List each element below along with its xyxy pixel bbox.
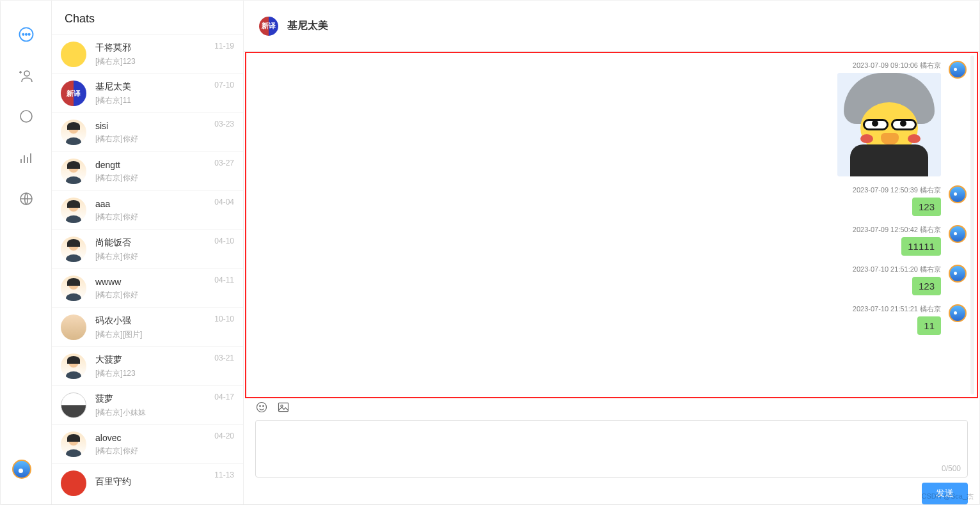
chat-item[interactable]: 菠萝[橘右京]小妹妹04-17 <box>52 385 243 424</box>
chat-item[interactable]: alovec[橘右京]你好04-20 <box>52 424 243 463</box>
message-avatar <box>949 61 967 79</box>
chat-name: sisi <box>95 121 234 131</box>
chat-name: 菠萝 <box>95 393 234 405</box>
chat-preview: [橘右京]123 <box>95 368 234 379</box>
svg-point-5 <box>20 111 32 122</box>
chat-item[interactable]: 新译基尼太美[橘右京]1107-10 <box>52 74 243 113</box>
chat-preview: [橘右京]小妹妹 <box>95 407 234 418</box>
chat-list[interactable]: 干将莫邪[橘右京]12311-19新译基尼太美[橘右京]1107-10sisi[… <box>52 35 243 504</box>
chat-item[interactable]: aaa[橘右京]你好04-04 <box>52 190 243 229</box>
input-toolbar <box>244 398 979 417</box>
chat-time: 03-27 <box>214 159 234 167</box>
chat-item[interactable]: 码农小强[橘右京][图片]10-10 <box>52 307 243 346</box>
chat-header-title: 基尼太美 <box>287 19 328 33</box>
chat-name: 尚能饭否 <box>95 237 234 249</box>
chat-item[interactable]: wwww[橘右京]你好04-11 <box>52 268 243 307</box>
nav-rail <box>1 1 52 504</box>
message-row: 2023-07-10 21:51:21 橘右京11 <box>257 304 967 335</box>
message-row: 2023-07-09 12:50:39 橘右京123 <box>257 185 967 216</box>
chat-avatar <box>61 315 86 340</box>
emoji-icon[interactable] <box>255 401 268 416</box>
chat-sidebar: Chats 干将莫邪[橘右京]12311-19新译基尼太美[橘右京]1107-1… <box>52 1 244 504</box>
message-meta: 2023-07-10 21:51:20 橘右京 <box>853 265 941 274</box>
chat-name: alovec <box>95 433 234 443</box>
chat-preview: [橘右京][图片] <box>95 329 234 340</box>
chat-item[interactable]: 干将莫邪[橘右京]12311-19 <box>52 35 243 74</box>
chat-time: 11-19 <box>214 42 234 50</box>
chat-name: wwww <box>95 277 234 287</box>
search-icon[interactable] <box>17 108 35 126</box>
chat-item[interactable]: dengtt[橘右京]你好03-27 <box>52 152 243 190</box>
chat-time: 04-17 <box>214 392 234 401</box>
chat-name: aaa <box>95 199 234 209</box>
svg-point-8 <box>260 405 261 407</box>
message-area[interactable]: 2023-07-09 09:10:06 橘右京2023-07-09 12:50:… <box>245 52 978 398</box>
svg-point-7 <box>257 402 267 412</box>
chat-time: 04-20 <box>214 431 234 440</box>
chat-name: 百里守约 <box>95 476 234 488</box>
message-row: 2023-07-09 12:50:42 橘右京11111 <box>257 225 967 256</box>
chat-avatar <box>61 237 86 262</box>
chat-time: 07-10 <box>214 81 234 89</box>
image-icon[interactable] <box>277 401 290 416</box>
chat-preview: [橘右京]11 <box>95 95 234 106</box>
chat-item[interactable]: 大菠萝[橘右京]12303-21 <box>52 346 243 385</box>
chat-time: 04-04 <box>214 198 234 206</box>
chat-name: 基尼太美 <box>95 81 234 93</box>
chat-icon[interactable] <box>17 26 35 44</box>
stats-icon[interactable] <box>17 149 35 167</box>
chat-avatar: 新译 <box>61 81 86 106</box>
chat-preview: [橘右京]你好 <box>95 290 234 300</box>
chat-item[interactable]: 百里守约11-13 <box>52 463 243 502</box>
message-meta: 2023-07-10 21:51:21 橘右京 <box>853 304 941 314</box>
chat-preview: [橘右京]你好 <box>95 446 234 456</box>
message-meta: 2023-07-09 12:50:39 橘右京 <box>853 185 941 195</box>
message-bubble: 11111 <box>901 237 941 256</box>
chat-main: 新译 基尼太美 2023-07-09 09:10:06 橘右京2023-07-0… <box>244 1 979 504</box>
message-meta: 2023-07-09 09:10:06 橘右京 <box>853 61 941 70</box>
message-image[interactable] <box>837 73 941 176</box>
chat-item[interactable]: sisi[橘右京]你好03-23 <box>52 113 243 152</box>
chat-avatar <box>61 354 86 379</box>
message-bubble: 11 <box>917 316 941 335</box>
chat-item[interactable]: 尚能饭否[橘右京]你好04-10 <box>52 229 243 268</box>
char-counter: 0/500 <box>942 464 961 473</box>
chat-time: 04-10 <box>214 237 234 245</box>
chat-avatar <box>61 198 86 223</box>
svg-point-9 <box>263 405 264 407</box>
chat-name: 码农小强 <box>95 315 234 327</box>
message-meta: 2023-07-09 12:50:42 橘右京 <box>853 225 941 235</box>
add-contact-icon[interactable] <box>17 67 35 85</box>
chat-avatar <box>61 159 86 184</box>
svg-point-2 <box>25 34 26 35</box>
chat-avatar <box>61 276 86 301</box>
chat-preview: [橘右京]你好 <box>95 251 234 262</box>
globe-icon[interactable] <box>17 190 35 208</box>
chat-header: 新译 基尼太美 <box>244 1 979 52</box>
chat-avatar <box>61 431 86 457</box>
svg-point-4 <box>24 71 29 76</box>
chat-avatar <box>61 392 86 418</box>
svg-rect-10 <box>279 403 288 411</box>
message-input-wrap: 0/500 <box>255 420 968 478</box>
chat-preview: [橘右京]你好 <box>95 212 234 222</box>
message-avatar <box>949 304 967 322</box>
message-avatar <box>949 185 967 203</box>
app-root: Chats 干将莫邪[橘右京]12311-19新译基尼太美[橘右京]1107-1… <box>1 1 979 504</box>
me-avatar[interactable] <box>12 460 31 479</box>
chat-avatar <box>61 120 86 145</box>
watermark: CSDN @Sca_杰 <box>922 492 974 501</box>
chat-name: 大菠萝 <box>95 354 234 366</box>
chat-time: 04-11 <box>214 276 234 284</box>
svg-point-3 <box>28 34 29 35</box>
message-avatar <box>949 225 967 243</box>
chat-name: 干将莫邪 <box>95 42 234 54</box>
message-row: 2023-07-09 09:10:06 橘右京 <box>257 61 967 176</box>
message-bubble: 123 <box>912 277 941 295</box>
message-input[interactable] <box>256 421 967 477</box>
sidebar-title: Chats <box>52 1 243 35</box>
chat-time: 03-21 <box>214 354 234 362</box>
message-row: 2023-07-10 21:51:20 橘右京123 <box>257 265 967 295</box>
chat-header-avatar: 新译 <box>259 17 278 36</box>
chat-time: 10-10 <box>214 315 234 323</box>
